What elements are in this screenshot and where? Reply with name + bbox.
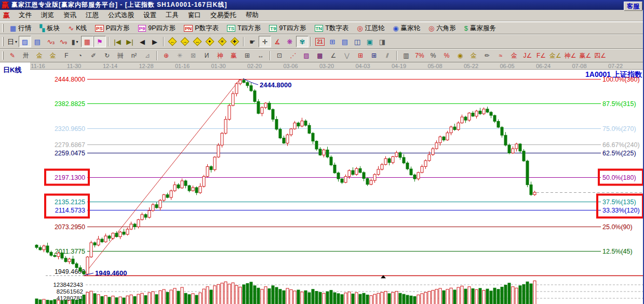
- brain-tool-button[interactable]: ✾: [296, 36, 308, 47]
- percent-seven-tool[interactable]: 7%: [413, 50, 426, 61]
- titlebar[interactable]: 赢 赢家江恩专业版[赢家内部服务平台] - [上证指数 SH1A0001-167…: [0, 0, 644, 10]
- menu-window[interactable]: 窗口: [183, 10, 206, 21]
- f-square-tool[interactable]: F: [60, 50, 73, 61]
- draw-pen-tool[interactable]: ✎: [6, 50, 19, 61]
- winner-wheel-button[interactable]: ◉赢家轮: [388, 22, 424, 34]
- calculator-button[interactable]: ⊞: [326, 36, 339, 47]
- next-bar-button[interactable]: ▶: [149, 36, 161, 47]
- red-fan-tool[interactable]: ⋰: [286, 50, 300, 61]
- grid-navy-tool[interactable]: ⊞: [367, 50, 381, 61]
- scale-lines-tool[interactable]: 卌: [114, 50, 127, 61]
- target-circle-tool[interactable]: ⊕: [159, 50, 173, 61]
- t-square-button-label: T四方形: [237, 24, 261, 33]
- gold-level-icon: 金: [471, 52, 477, 59]
- fan-square-tool[interactable]: ▨: [300, 50, 313, 61]
- zoom-plus-diamond[interactable]: ✚: [229, 36, 241, 47]
- grid-red-tool[interactable]: ⊞: [354, 50, 367, 61]
- spiral-tool-button[interactable]: ❋: [284, 36, 296, 47]
- kline-chart[interactable]: 12384234382561562412807812444.8000100.0%…: [0, 62, 644, 304]
- menu-gann[interactable]: 江恩: [81, 10, 103, 21]
- gold-angle-tool[interactable]: 金∠: [548, 50, 563, 61]
- menu-browse[interactable]: 浏览: [36, 10, 59, 21]
- number-square-tool[interactable]: ⊞: [240, 50, 254, 61]
- pattern-map-button[interactable]: ▦: [81, 36, 93, 47]
- gold-level-red-tool[interactable]: 金: [507, 50, 521, 61]
- gold-wave-tool[interactable]: ≈: [494, 50, 507, 61]
- shen-angle-tool[interactable]: 神∠: [563, 50, 578, 61]
- parallel-lines-tool[interactable]: ⫽: [381, 50, 394, 61]
- cycle-circle-tool[interactable]: ↻: [100, 50, 114, 61]
- menu-news[interactable]: 资讯: [59, 10, 81, 21]
- wave-3-button[interactable]: ∿3: [44, 36, 56, 47]
- zoom-right-diamond[interactable]: →: [179, 36, 191, 47]
- width-measure-tool[interactable]: ↔: [254, 50, 267, 61]
- frame-tool[interactable]: ⊡: [273, 50, 286, 61]
- save-button[interactable]: ◫: [351, 36, 364, 47]
- calendar-21-button[interactable]: 21: [314, 36, 326, 47]
- winner-service-button[interactable]: $赢家服务: [460, 22, 500, 34]
- quarter-circle-tool[interactable]: ◔: [73, 50, 87, 61]
- menu-help[interactable]: 帮助: [241, 10, 263, 21]
- menu-settings[interactable]: 设置: [139, 10, 161, 21]
- shen-square-tool[interactable]: 神: [213, 50, 227, 61]
- gann-lines-tool[interactable]: 卅: [19, 50, 33, 61]
- period-day-button[interactable]: 日▾: [6, 36, 19, 47]
- customer-service-button[interactable]: 客服: [624, 2, 642, 11]
- quotes-button[interactable]: ▦行情: [6, 22, 35, 34]
- small-brush-tool[interactable]: ✏: [480, 50, 494, 61]
- goto-last-button[interactable]: ▶|: [124, 36, 136, 47]
- percent-line-tool[interactable]: %: [440, 50, 453, 61]
- remote-pc-button[interactable]: ▣: [364, 36, 376, 47]
- candle-style-button[interactable]: ▮▾: [69, 36, 81, 47]
- nine-t-square-button[interactable]: T99T四方形: [265, 22, 310, 34]
- wave-9-button[interactable]: ∿9: [56, 36, 69, 47]
- hand-drag-button[interactable]: ☛: [246, 36, 259, 47]
- gann-wheel-button[interactable]: ◎江恩轮: [353, 22, 388, 34]
- ying-angle-tool[interactable]: 赢∠: [578, 50, 593, 61]
- gold-circle-tool[interactable]: ◉: [453, 50, 467, 61]
- pen-square-tool[interactable]: ✐: [87, 50, 100, 61]
- ying-square-tool[interactable]: 赢: [227, 50, 240, 61]
- menu-formula-select[interactable]: 公式选股: [103, 10, 139, 21]
- n-square-tool[interactable]: n²: [127, 50, 141, 61]
- kline-button[interactable]: ∿K线: [64, 22, 91, 34]
- menu-tools[interactable]: 工具: [161, 10, 183, 21]
- angle-measure-button[interactable]: ∡: [271, 36, 284, 47]
- p-number-table-button[interactable]: PNP数字表: [180, 22, 223, 34]
- menu-file[interactable]: 文件: [14, 10, 36, 21]
- nine-p-square-button[interactable]: P99P四方形: [134, 22, 180, 34]
- menu-trade-orders[interactable]: 交易委托: [206, 10, 241, 21]
- prev-bar-button[interactable]: ◀: [136, 36, 149, 47]
- j-angle-tool[interactable]: J∠: [521, 50, 534, 61]
- fan-square-dark-tool[interactable]: ▩: [313, 50, 327, 61]
- zoom-expand-diamond[interactable]: ↔: [191, 36, 204, 47]
- info-panel-button[interactable]: ▤: [31, 36, 44, 47]
- gold-level-tool[interactable]: 金: [467, 50, 480, 61]
- zoom-left-diamond[interactable]: ←: [166, 36, 179, 47]
- t-number-table-button[interactable]: TNT数字表: [311, 22, 353, 34]
- crosshair-button[interactable]: ✛: [259, 36, 271, 47]
- zoom-star-diamond[interactable]: ✦: [204, 36, 216, 47]
- si-angle-tool[interactable]: 四∠: [593, 50, 608, 61]
- percent-table-tool[interactable]: ▥: [399, 50, 413, 61]
- hexagon-button[interactable]: ◎六角形: [424, 22, 460, 34]
- flag-chart-button[interactable]: ⚑: [93, 36, 106, 47]
- sectors-button[interactable]: ▚板块: [35, 22, 64, 34]
- k-notch-tool[interactable]: И: [200, 50, 213, 61]
- zoom-burst-diamond[interactable]: ✳: [216, 36, 229, 47]
- gold-square-a-tool[interactable]: 金: [33, 50, 46, 61]
- f-angle-tool[interactable]: F∠: [534, 50, 548, 61]
- t-square-button[interactable]: TST四方形: [223, 22, 265, 34]
- v-wave-tool[interactable]: ⋁: [340, 50, 354, 61]
- percent-plain-tool[interactable]: %: [426, 50, 440, 61]
- chart-image-toggle[interactable]: ▨: [19, 36, 31, 47]
- square-web-tool[interactable]: ⊠: [186, 50, 200, 61]
- angle-ruler-tool[interactable]: ⊿: [141, 50, 154, 61]
- gold-square-b-tool[interactable]: 金: [46, 50, 60, 61]
- notes-button[interactable]: ▤: [339, 36, 351, 47]
- angle-lines-tool[interactable]: ∠: [327, 50, 340, 61]
- local-pc-button[interactable]: ◨: [376, 36, 388, 47]
- star-web-tool[interactable]: ✳: [173, 50, 186, 61]
- goto-first-button[interactable]: |◀: [111, 36, 124, 47]
- p-square-button[interactable]: PSP四方形: [91, 22, 134, 34]
